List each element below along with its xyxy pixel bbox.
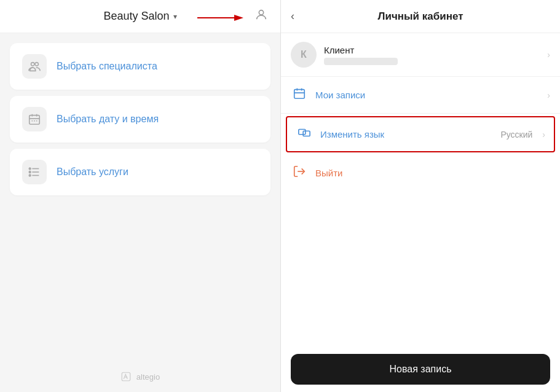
change-language-item[interactable]: Изменить язык Русский › (286, 116, 555, 152)
new-booking-button[interactable]: Новая запись (291, 354, 550, 385)
my-bookings-label: Мои записи (315, 90, 537, 100)
left-footer: altegio (0, 361, 280, 392)
back-button[interactable]: ‹ (291, 10, 294, 23)
datetime-label: Выбрать дату и время (57, 114, 159, 125)
right-panel-title: Личный кабинет (378, 10, 463, 23)
svg-rect-15 (303, 131, 310, 136)
client-info: Клиент (324, 45, 540, 65)
svg-rect-5 (30, 116, 40, 125)
specialist-icon (22, 54, 47, 79)
svg-point-3 (31, 63, 35, 66)
right-header: ‹ Личный кабинет (281, 0, 560, 33)
menu-item-services[interactable]: Выбрать услуги (10, 149, 270, 195)
salon-name: Beauty Salon (103, 10, 169, 23)
right-content: К Клиент › Мои записи › (281, 33, 560, 347)
specialist-label: Выбрать специалиста (57, 61, 157, 72)
services-label: Выбрать услуги (57, 167, 128, 178)
brand-icon (120, 371, 132, 382)
client-phone-placeholder (324, 58, 398, 65)
logout-item[interactable]: Выйти (281, 155, 560, 191)
menu-item-datetime[interactable]: Выбрать дату и время (10, 96, 270, 143)
left-header: Beauty Salon ▾ (0, 0, 280, 33)
right-footer: Новая запись (281, 347, 560, 392)
svg-point-9 (29, 168, 31, 170)
right-panel: ‹ Личный кабинет К Клиент › Мои записи (281, 0, 560, 392)
svg-point-2 (259, 10, 263, 14)
svg-point-11 (29, 174, 31, 176)
logout-icon (291, 165, 308, 181)
client-row[interactable]: К Клиент › (281, 33, 560, 77)
logout-label: Выйти (315, 168, 342, 178)
my-bookings-icon (291, 87, 308, 103)
left-panel: Beauty Salon ▾ (0, 0, 280, 392)
datetime-icon (22, 107, 47, 131)
svg-point-10 (29, 171, 31, 173)
left-menu-list: Выбрать специалиста Выбрать дату и время (0, 33, 280, 361)
brand-label: altegio (136, 372, 160, 382)
svg-point-4 (35, 63, 38, 66)
my-bookings-item[interactable]: Мои записи › (281, 77, 560, 114)
language-icon (296, 126, 313, 143)
language-value: Русский (500, 130, 532, 139)
services-icon (22, 160, 47, 184)
chevron-down-icon: ▾ (173, 12, 177, 21)
profile-icon-button[interactable] (254, 8, 268, 25)
svg-marker-1 (234, 15, 243, 21)
red-arrow-indicator (197, 9, 246, 29)
svg-rect-13 (294, 90, 305, 99)
salon-name-dropdown[interactable]: Beauty Salon ▾ (103, 10, 176, 23)
change-language-label: Изменить язык (320, 129, 493, 139)
client-avatar: К (291, 42, 317, 68)
svg-rect-14 (299, 130, 306, 135)
client-name: Клиент (324, 45, 540, 55)
menu-item-specialist[interactable]: Выбрать специалиста (10, 43, 270, 90)
language-chevron: › (542, 130, 545, 139)
client-row-chevron: › (547, 50, 550, 60)
my-bookings-chevron: › (547, 90, 550, 100)
svg-rect-12 (122, 372, 130, 381)
